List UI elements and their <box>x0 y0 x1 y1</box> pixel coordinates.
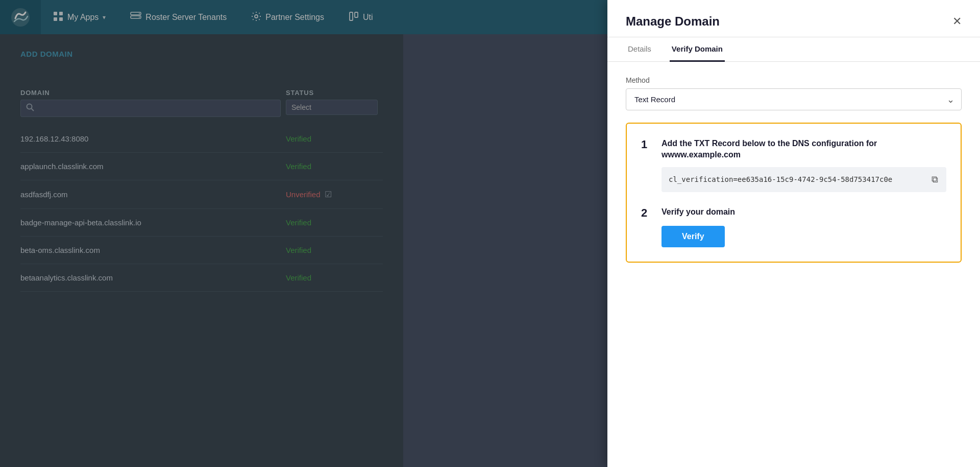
method-select[interactable]: Text Record CNAME Record <box>626 88 962 110</box>
step-2-title: Verify your domain <box>662 206 946 218</box>
method-select-wrap: Text Record CNAME Record ⌄ <box>626 88 962 110</box>
step-1-content: Add the TXT Record below to the DNS conf… <box>662 138 946 192</box>
step-2: 2 Verify your domain Verify <box>641 206 946 247</box>
txt-record-box: cl_verification=ee635a16-15c9-4742-9c54-… <box>662 167 946 192</box>
txt-record-value: cl_verification=ee635a16-15c9-4742-9c54-… <box>669 175 925 183</box>
modal-tabs: Details Verify Domain <box>607 37 980 62</box>
step-1-number: 1 <box>641 138 653 192</box>
verify-domain-button[interactable]: Verify <box>662 226 725 247</box>
modal-header: Manage Domain ✕ <box>607 0 980 37</box>
tab-details[interactable]: Details <box>626 37 653 62</box>
step-2-number: 2 <box>641 206 653 247</box>
step-1-title: Add the TXT Record below to the DNS conf… <box>662 138 946 161</box>
steps-box: 1 Add the TXT Record below to the DNS co… <box>626 123 962 263</box>
modal-body: Method Text Record CNAME Record ⌄ 1 Add … <box>607 62 980 467</box>
copy-txt-record-button[interactable]: ⧉ <box>930 173 939 186</box>
modal-close-button[interactable]: ✕ <box>952 16 962 27</box>
step-2-content: Verify your domain Verify <box>662 206 946 247</box>
modal-title: Manage Domain <box>626 14 720 29</box>
step-1: 1 Add the TXT Record below to the DNS co… <box>641 138 946 192</box>
manage-domain-modal: Manage Domain ✕ Details Verify Domain Me… <box>607 0 980 467</box>
method-label: Method <box>626 76 962 84</box>
tab-verify-domain[interactable]: Verify Domain <box>670 37 725 62</box>
